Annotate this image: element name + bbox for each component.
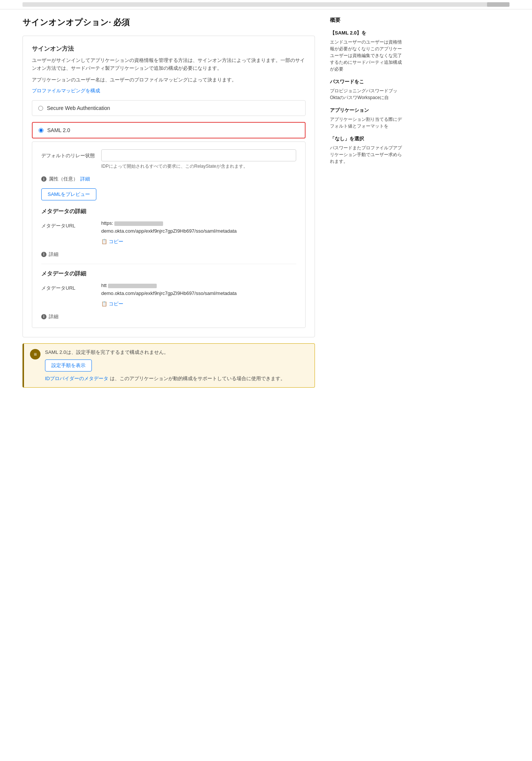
- attr-info-icon: i: [41, 176, 46, 182]
- metadata-url-text-2: htt demo.okta.com/app/exkf9njrc7gpZI9Hb6…: [101, 282, 296, 298]
- saml-option[interactable]: SAML 2.0: [32, 122, 306, 138]
- divider-1: [41, 264, 296, 264]
- sidebar-saml-title: 【SAML 2.0】を: [330, 30, 405, 36]
- metadata-url-label-2: メタデータURL: [41, 282, 101, 292]
- metadata-title-1: メタデータの詳細: [41, 208, 296, 215]
- attr-detail-link[interactable]: 詳細: [80, 176, 90, 182]
- signin-method-title: サインオン方法: [32, 45, 306, 53]
- sidebar-password-text: プロビジョニングパスワードブッOktaのパスワWorkspaceに自: [330, 87, 405, 101]
- meta-url-redacted-1: [114, 221, 163, 226]
- metadata-title-2: メタデータの詳細: [41, 270, 296, 277]
- copy-label-2: コピー: [109, 301, 123, 307]
- saml-panel: デフォルトのリレー状態 IDPによって開始されるすべての要求に、このRelayS…: [32, 141, 306, 328]
- notice-box: ≡ SAML 2.0は、設定手順を完了するまで構成されません。 設定手順を表示 …: [22, 343, 315, 388]
- copy-icon-1: 📋: [101, 239, 107, 244]
- idp-metadata-link[interactable]: IDプロバイダーのメタデータ: [45, 376, 108, 381]
- notice-content: SAML 2.0は、設定手順を完了するまで構成されません。 設定手順を表示 ID…: [45, 349, 309, 382]
- saml-radio[interactable]: [39, 128, 43, 133]
- sidebar-password-title: パスワードをこ: [330, 78, 405, 85]
- saml-label: SAML 2.0: [47, 127, 70, 133]
- detail-info-icon-1: i: [41, 252, 46, 257]
- attr-label: 属性（任意）: [49, 176, 78, 182]
- detail-label-1: 詳細: [49, 251, 58, 258]
- signin-method-card: サインオン方法 ユーザーがサインインしてアプリケーションの資格情報を管理する方法…: [22, 36, 315, 337]
- detail-info-icon-2: i: [41, 314, 46, 319]
- notice-suffix-text: は、このアプリケーションが動的構成をサポートしている場合に使用できます。: [110, 376, 285, 381]
- swa-option[interactable]: Secure Web Authentication: [32, 100, 306, 116]
- metadata-url-row-2: メタデータURL htt demo.okta.com/app/exkf9njrc…: [41, 282, 296, 307]
- relay-state-input[interactable]: [101, 149, 296, 161]
- signin-method-desc2: アプリケーションのユーザー名は、ユーザーのプロファイルマッピングによって決まりま…: [32, 76, 306, 84]
- copy-button-2[interactable]: 📋 コピー: [101, 301, 123, 307]
- notice-link-area: IDプロバイダーのメタデータ は、このアプリケーションが動的構成をサポートしてい…: [45, 375, 309, 382]
- notice-text: SAML 2.0は、設定手順を完了するまで構成されません。: [45, 349, 309, 356]
- notice-icon: ≡: [30, 349, 40, 359]
- metadata-url-row-1: メタデータURL https: demo.okta.com/app/exkf9n…: [41, 220, 296, 245]
- swa-radio[interactable]: [38, 106, 43, 111]
- relay-state-label: デフォルトのリレー状態: [41, 149, 101, 159]
- detail-toggle-1[interactable]: i 詳細: [41, 251, 296, 258]
- relay-state-row: デフォルトのリレー状態 IDPによって開始されるすべての要求に、このRelayS…: [41, 149, 296, 170]
- sidebar-app-text: アプリケーション割り当てる際にデフォルト値とフォーマットを: [330, 116, 405, 129]
- sidebar-title: 概要: [330, 17, 405, 24]
- meta-url-redacted-2: [108, 284, 157, 288]
- meta-url-prefix-2: htt: [101, 283, 106, 288]
- meta-url-suffix-2: demo.okta.com/app/exkf9njrc7gpZI9Hb697/s…: [101, 290, 237, 296]
- sidebar: 概要 【SAML 2.0】を エンドユーザーのユーザーは資格情報が必要がなくなり…: [322, 17, 405, 388]
- sidebar-none-title: 「なし」を選択: [330, 135, 405, 142]
- copy-icon-2: 📋: [101, 301, 107, 307]
- attributes-row: i 属性（任意） 詳細: [41, 176, 296, 182]
- sidebar-none-text: パスワードまたプロファイルプアプリケーション手動でユーザー求められます。: [330, 144, 405, 165]
- signin-method-desc1: ユーザーがサインインしてアプリケーションの資格情報を管理する方法は、サインオン方…: [32, 57, 306, 72]
- metadata-url-text-1: https: demo.okta.com/app/exkf9njrc7gpZI9…: [101, 220, 296, 235]
- swa-label: Secure Web Authentication: [47, 105, 110, 111]
- sidebar-saml-text: エンドユーザーのユーザーは資格情報が必要がなくなりこのアプリケーユーザーは資格編…: [330, 39, 405, 72]
- setup-steps-button[interactable]: 設定手順を表示: [45, 359, 92, 371]
- detail-label-2: 詳細: [49, 313, 58, 320]
- copy-label-1: コピー: [109, 238, 123, 245]
- profile-mapping-link[interactable]: プロファイルマッピングを構成: [32, 88, 100, 93]
- meta-url-prefix-1: https:: [101, 220, 113, 226]
- detail-toggle-2[interactable]: i 詳細: [41, 313, 296, 320]
- relay-state-hint: IDPによって開始されるすべての要求に、このRelayStateが含まれます。: [101, 163, 296, 170]
- meta-url-suffix-1: demo.okta.com/app/exkf9njrc7gpZI9Hb697/s…: [101, 228, 237, 234]
- notice-icon-symbol: ≡: [34, 351, 37, 357]
- sidebar-app-title: アプリケーション: [330, 107, 405, 114]
- metadata-url-label-1: メタデータURL: [41, 220, 101, 229]
- saml-preview-button[interactable]: SAMLをプレビュー: [41, 188, 96, 200]
- copy-button-1[interactable]: 📋 コピー: [101, 238, 123, 245]
- page-title: サインオンオプション· 必須: [22, 17, 315, 28]
- page-scrollbar[interactable]: [22, 2, 510, 7]
